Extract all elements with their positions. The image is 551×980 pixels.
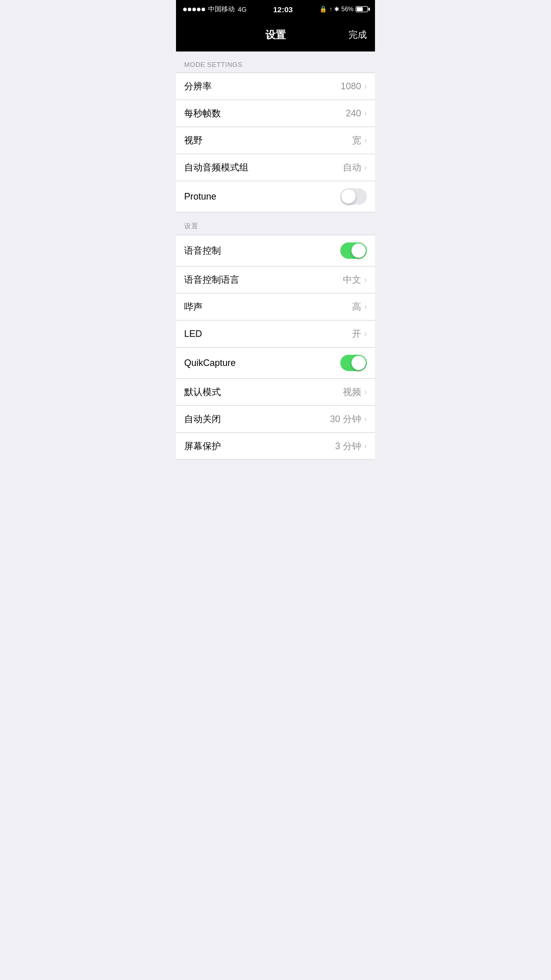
row-label-1-2: 哔声 [184,301,203,313]
chevron-icon-0-2: › [364,136,367,145]
row-right-0-3: 自动› [343,161,367,174]
row-label-0-3: 自动音频模式组 [184,161,248,174]
settings-row-0-3[interactable]: 自动音频模式组自动› [176,154,375,181]
row-right-0-0: 1080› [341,81,367,92]
row-right-0-1: 240› [346,108,367,119]
battery-icon [356,6,368,12]
settings-row-1-3[interactable]: LED开› [176,321,375,348]
signal-icon [183,8,205,11]
settings-row-1-0[interactable]: 语音控制 [176,235,375,266]
settings-list-1: 语音控制语音控制语言中文›哔声高›LED开›QuikCapture默认模式视频›… [176,235,375,460]
toggle-knob-0-4 [341,189,356,204]
settings-row-0-0[interactable]: 分辨率1080› [176,73,375,100]
row-label-1-7: 屏幕保护 [184,440,221,452]
done-button[interactable]: 完成 [348,29,367,41]
settings-row-1-6[interactable]: 自动关闭30 分钟› [176,406,375,433]
section-header-0: MODE SETTINGS [176,52,375,72]
row-label-1-4: QuikCapture [184,358,236,369]
row-label-1-0: 语音控制 [184,244,221,257]
chevron-icon-1-2: › [364,302,367,311]
settings-row-1-5[interactable]: 默认模式视频› [176,379,375,406]
row-label-0-2: 视野 [184,134,203,146]
row-value-1-5: 视频 [343,386,361,398]
row-right-1-5: 视频› [343,386,367,398]
page-title: 设置 [265,28,286,42]
row-label-1-5: 默认模式 [184,386,221,398]
row-right-1-2: 高› [352,301,367,313]
status-bar: 中国移动 4G 12:03 🔒 ↑ ✱ 56% [176,0,375,18]
row-label-1-1: 语音控制语言 [184,274,239,286]
row-label-0-1: 每秒帧数 [184,107,221,119]
settings-row-0-2[interactable]: 视野宽› [176,127,375,154]
bluetooth-icon: ✱ [334,6,339,13]
chevron-icon-1-3: › [364,329,367,338]
row-label-1-6: 自动关闭 [184,413,221,425]
toggle-knob-1-4 [352,356,366,370]
settings-list-0: 分辨率1080›每秒帧数240›视野宽›自动音频模式组自动›Protune [176,72,375,212]
row-right-0-2: 宽› [352,134,367,146]
chevron-icon-1-6: › [364,414,367,424]
row-value-1-6: 30 分钟 [330,413,361,425]
status-right: 🔒 ↑ ✱ 56% [319,6,368,13]
carrier-label: 中国移动 [208,5,235,14]
row-label-1-3: LED [184,329,202,339]
toggle-1-0[interactable] [340,242,367,259]
settings-content: MODE SETTINGS分辨率1080›每秒帧数240›视野宽›自动音频模式组… [176,52,375,460]
chevron-icon-0-0: › [364,82,367,91]
row-value-0-3: 自动 [343,161,361,174]
row-value-0-1: 240 [346,108,361,119]
toggle-knob-1-0 [352,243,366,258]
toggle-1-4[interactable] [340,355,367,371]
settings-row-0-4[interactable]: Protune [176,181,375,212]
network-type: 4G [238,6,246,13]
row-right-0-4 [340,188,367,205]
lock-icon: 🔒 [319,6,327,13]
row-right-1-3: 开› [352,328,367,340]
settings-row-1-7[interactable]: 屏幕保护3 分钟› [176,433,375,459]
chevron-icon-1-7: › [364,442,367,451]
row-right-1-0 [340,242,367,259]
row-right-1-1: 中文› [343,274,367,286]
settings-row-0-1[interactable]: 每秒帧数240› [176,100,375,127]
row-value-1-2: 高 [352,301,361,313]
row-value-0-0: 1080 [341,81,361,92]
row-value-1-3: 开 [352,328,361,340]
row-value-0-2: 宽 [352,134,361,146]
toggle-0-4[interactable] [340,188,367,205]
settings-row-1-1[interactable]: 语音控制语言中文› [176,266,375,293]
settings-row-1-4[interactable]: QuikCapture [176,348,375,379]
status-left: 中国移动 4G [183,5,246,14]
chevron-icon-1-5: › [364,387,367,397]
row-value-1-1: 中文 [343,274,361,286]
row-value-1-7: 3 分钟 [335,440,361,452]
time-display: 12:03 [273,5,292,14]
row-right-1-7: 3 分钟› [335,440,367,452]
section-header-1: 设置 [176,212,375,235]
chevron-icon-0-1: › [364,109,367,118]
battery-percent: 56% [341,6,354,13]
row-right-1-6: 30 分钟› [330,413,367,425]
location-icon: ↑ [329,6,332,13]
nav-bar: 设置 完成 [176,18,375,52]
row-label-0-4: Protune [184,191,216,202]
row-right-1-4 [340,355,367,371]
settings-row-1-2[interactable]: 哔声高› [176,293,375,321]
chevron-icon-0-3: › [364,163,367,172]
row-label-0-0: 分辨率 [184,80,212,92]
chevron-icon-1-1: › [364,275,367,284]
